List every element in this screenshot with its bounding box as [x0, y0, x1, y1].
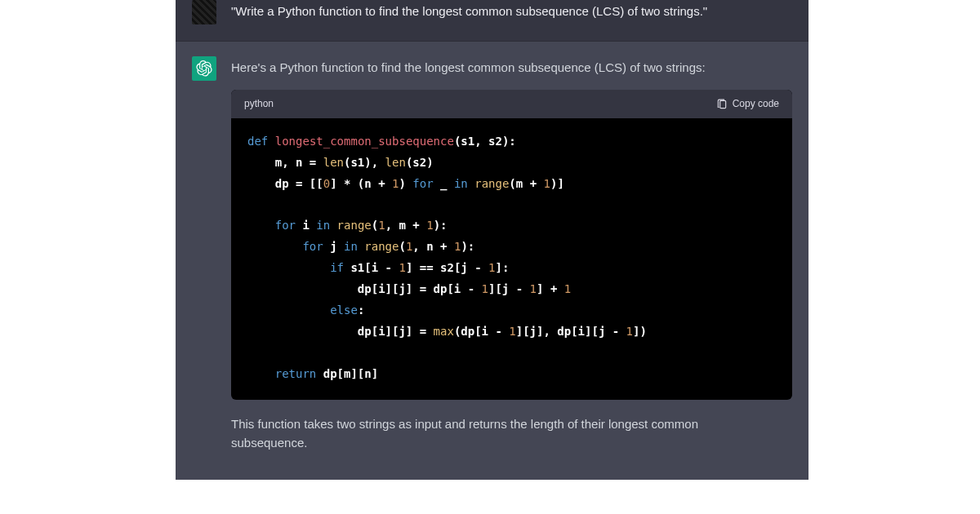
code-token: for — [275, 219, 296, 232]
code-token — [330, 219, 336, 232]
code-token: 0 — [323, 177, 330, 190]
code-token: dp[m][n] — [316, 367, 378, 380]
code-token: def — [247, 135, 268, 148]
code-token: , m + — [385, 219, 427, 232]
code-token: j — [323, 240, 344, 253]
code-token: longest_common_subsequence — [275, 135, 454, 148]
code-token: dp[i][j] = dp[i - — [247, 282, 482, 295]
assistant-message-content: Here's a Python function to find the lon… — [231, 56, 792, 465]
code-token: _ — [434, 177, 454, 190]
code-token: range — [364, 240, 399, 253]
code-token: ): — [461, 240, 474, 253]
code-token: 1 — [564, 282, 571, 295]
code-token: )] — [550, 177, 564, 190]
code-token: (s1), — [344, 156, 385, 169]
openai-logo-icon — [196, 60, 212, 77]
assistant-intro-text: Here's a Python function to find the lon… — [231, 58, 792, 77]
code-token: ) — [399, 177, 412, 190]
code-token — [247, 261, 330, 274]
code-token: ][j], dp[i][j - — [516, 325, 626, 338]
code-token — [468, 177, 474, 190]
assistant-message-row: Here's a Python function to find the lon… — [176, 42, 808, 480]
code-token: ] * (n + — [330, 177, 392, 190]
code-header: python Copy code — [231, 90, 792, 118]
user-message-row: "Write a Python function to find the lon… — [176, 0, 808, 42]
assistant-outro-text: This function takes two strings as input… — [231, 414, 792, 453]
code-token: ]: — [495, 261, 509, 274]
code-token: max — [434, 325, 454, 338]
code-token: (dp[i - — [454, 325, 509, 338]
clipboard-icon — [716, 99, 728, 110]
code-token: (s2) — [406, 156, 434, 169]
copy-code-button[interactable]: Copy code — [716, 96, 779, 112]
code-token: ] == s2[j - — [406, 261, 488, 274]
code-token: 1 — [626, 325, 633, 338]
chat-container: "Write a Python function to find the lon… — [176, 0, 808, 514]
code-token: (m + — [509, 177, 543, 190]
code-token: i — [296, 219, 316, 232]
code-token — [247, 367, 275, 380]
code-token: return — [275, 367, 317, 380]
code-token: dp[i][j] = — [247, 325, 434, 338]
assistant-avatar — [192, 56, 216, 81]
code-token: 1 — [530, 282, 537, 295]
code-token: , n + — [412, 240, 454, 253]
svg-rect-0 — [719, 100, 725, 108]
code-token: 1 — [378, 219, 385, 232]
code-body[interactable]: def longest_common_subsequence(s1, s2): … — [231, 118, 792, 400]
code-token: 1 — [509, 325, 515, 338]
code-token: for — [412, 177, 433, 190]
assistant-outro-line: subsequence. — [231, 436, 307, 450]
user-avatar — [192, 0, 216, 24]
code-token: in — [454, 177, 468, 190]
code-token: range — [337, 219, 372, 232]
code-token: len — [385, 156, 406, 169]
code-token: len — [323, 156, 344, 169]
code-token: ] + — [537, 282, 564, 295]
code-token: range — [474, 177, 509, 190]
code-token: m, n = — [247, 156, 323, 169]
code-token: 1 — [426, 219, 433, 232]
code-token: 1 — [482, 282, 488, 295]
code-token — [247, 219, 275, 232]
code-token: (s1, s2): — [454, 135, 516, 148]
code-token: 1 — [399, 261, 405, 274]
code-token: for — [302, 240, 323, 253]
code-token: s1[i - — [344, 261, 399, 274]
code-token: ): — [434, 219, 448, 232]
code-language-label: python — [244, 96, 274, 112]
code-token: : — [358, 304, 364, 317]
code-block: python Copy code def longest_common_subs… — [231, 90, 792, 399]
copy-code-label: Copy code — [733, 96, 779, 112]
code-token: in — [316, 219, 330, 232]
code-token: else — [330, 304, 358, 317]
code-token — [247, 304, 330, 317]
code-token: 1 — [544, 177, 550, 190]
assistant-outro-line: This function takes two strings as input… — [231, 417, 698, 431]
code-token: dp = [[ — [247, 177, 323, 190]
user-message-content: "Write a Python function to find the lon… — [231, 0, 792, 24]
code-token: in — [344, 240, 358, 253]
code-token: ( — [372, 219, 378, 232]
code-token: ][j - — [488, 282, 530, 295]
code-token: if — [330, 261, 344, 274]
user-message-text: "Write a Python function to find the lon… — [231, 4, 707, 18]
code-token: ]) — [633, 325, 647, 338]
code-token: ( — [399, 240, 405, 253]
code-token — [247, 240, 302, 253]
